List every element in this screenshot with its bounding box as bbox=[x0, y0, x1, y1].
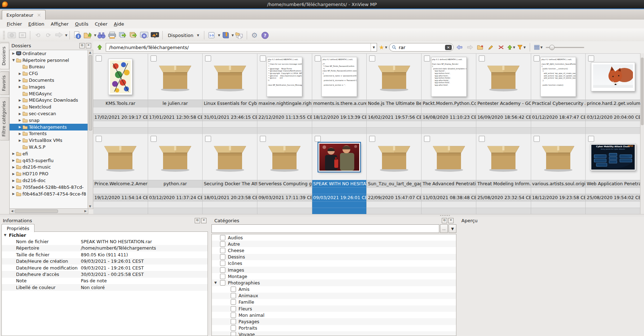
category-photographies[interactable]: ▼Photographies bbox=[212, 279, 456, 286]
expander-icon[interactable]: ▶ bbox=[17, 72, 22, 75]
tab-explorateur[interactable]: Explorateur × bbox=[2, 10, 46, 20]
category-paysages[interactable]: Paysages bbox=[212, 318, 456, 325]
tree-item-bureau[interactable]: Bureau bbox=[10, 64, 88, 70]
property-group-fichier[interactable]: ▼Fichier bbox=[2, 232, 208, 238]
disposition-dropdown[interactable]: Disposition▼ bbox=[165, 33, 202, 38]
file-checkbox[interactable] bbox=[205, 136, 211, 142]
category-voyage[interactable]: Voyage bbox=[212, 331, 456, 336]
file-cell-speak-with-no-hesitat[interactable]: SPEAK WITH NO HESITAT...09/03/2021 19:26… bbox=[312, 134, 367, 214]
file-checkbox[interactable] bbox=[151, 55, 157, 62]
tree-item-cfg[interactable]: ▶CFG bbox=[10, 70, 88, 77]
file-checkbox[interactable] bbox=[369, 55, 375, 62]
tree-item-f0b46a3f-0857-4754-9cce-f8[interactable]: ▶f0b46a3f-0857-4754-9cce-f8 bbox=[10, 191, 88, 197]
tree-item-nextcloud[interactable]: ▶Nextcloud bbox=[10, 103, 88, 110]
category-checkbox[interactable] bbox=[220, 248, 225, 253]
tab-proprietes[interactable]: Propriétés bbox=[1, 224, 35, 232]
view-mode-grid-icon[interactable]: ▼ bbox=[534, 42, 543, 52]
address-input[interactable]: /home/number6/Téléchargements/ ▼ bbox=[106, 43, 377, 52]
new-folder-icon[interactable]: ✱ bbox=[476, 42, 485, 52]
folders-vertical-scrollbar[interactable]: ▲ ▼ bbox=[88, 50, 93, 209]
tree-item-virtualbox-vms[interactable]: ▶VirtualBox VMs bbox=[10, 137, 88, 144]
expander-icon[interactable]: ▼ bbox=[213, 281, 220, 284]
search-binoculars-icon[interactable] bbox=[96, 30, 106, 41]
expander-icon[interactable]: ▶ bbox=[11, 172, 16, 176]
file-cell-prince-hard-2-get-volum[interactable]: prince.hard.2.get.volum...03/12/2020 20:… bbox=[586, 54, 640, 134]
chevron-down-icon[interactable]: ▼ bbox=[65, 34, 67, 37]
tree-item-t-l-chargements[interactable]: ▶Téléchargements bbox=[10, 124, 88, 130]
category-animaux[interactable]: Animaux bbox=[212, 293, 456, 299]
file-cell-packt-modern-python-co[interactable]: php if (! defined('ABSPATH') ) exit; fin… bbox=[422, 54, 476, 134]
tree-item-r-pertoire-personnel[interactable]: ▼Répertoire personnel bbox=[10, 57, 88, 64]
folders-float-icon[interactable]: ⧉ bbox=[79, 43, 85, 48]
category-dessins[interactable]: Dessins bbox=[212, 254, 456, 260]
expander-icon[interactable]: ▶ bbox=[11, 179, 16, 182]
file-checkbox[interactable] bbox=[588, 55, 594, 62]
category-checkbox[interactable] bbox=[220, 280, 225, 286]
scroll-up-icon[interactable]: ▲ bbox=[88, 51, 92, 54]
rotate-cw-icon[interactable]: ⟳ bbox=[43, 30, 53, 41]
batch-rename-icon[interactable]: 1-5 bbox=[207, 30, 217, 41]
filter-funnel-icon[interactable]: ▼ bbox=[517, 42, 526, 52]
expander-icon[interactable]: ▶ bbox=[11, 185, 16, 189]
copy-to-icon[interactable] bbox=[118, 30, 128, 41]
tree-item-q453-superflu[interactable]: ▶q453-superflu bbox=[10, 157, 88, 164]
file-cell-securing-docker-the-att[interactable]: Securing Docker The Att...18/01/2021 20:… bbox=[203, 134, 257, 214]
side-tab-favoris[interactable]: Favoris bbox=[0, 71, 9, 95]
category-portraits[interactable]: Portraits bbox=[212, 325, 456, 331]
menu-fichier[interactable]: Fichier bbox=[4, 20, 25, 28]
thumbnail-size-slider[interactable] bbox=[546, 44, 584, 51]
tree-item-sec-cvescan[interactable]: ▶sec-cvescan bbox=[10, 110, 88, 117]
file-checkbox[interactable] bbox=[588, 136, 594, 142]
file-cell-linux-essentials-for-cybe[interactable]: Linux Essentials for Cybe...31/01/2021 2… bbox=[203, 54, 257, 134]
expander-icon[interactable]: ▶ bbox=[17, 85, 22, 89]
scroll-thumb[interactable] bbox=[89, 55, 92, 130]
rename-pencil-icon[interactable] bbox=[486, 42, 495, 52]
menu-edition[interactable]: Edition bbox=[25, 20, 48, 28]
tree-item-documents[interactable]: ▶Documents bbox=[10, 77, 88, 84]
file-cell-moments-is-there-a-cure[interactable]: php if (! defined('ABSPATH') ) exit; /**… bbox=[312, 54, 367, 134]
folders-close-icon[interactable]: ✕ bbox=[86, 43, 91, 48]
category-cheese[interactable]: Cheese bbox=[212, 247, 456, 254]
tree-item-hd710-pro[interactable]: ▶HD710 PRO bbox=[10, 170, 88, 177]
menu-aide[interactable]: Aide bbox=[111, 20, 127, 28]
capture-icon[interactable] bbox=[139, 30, 149, 41]
tree-item-snap[interactable]: ▶snap bbox=[10, 117, 88, 124]
file-checkbox[interactable] bbox=[534, 136, 540, 142]
informations-float-icon[interactable]: ⧉ bbox=[195, 218, 200, 223]
category-checkbox[interactable] bbox=[220, 241, 225, 247]
bookmark-icon[interactable] bbox=[221, 30, 231, 41]
categories-float-icon[interactable]: ⧉ bbox=[442, 218, 447, 223]
file-checkbox[interactable] bbox=[151, 136, 157, 142]
slideshow-icon[interactable] bbox=[150, 30, 160, 41]
expander-icon[interactable]: ▶ bbox=[17, 125, 22, 129]
menu-outils[interactable]: Outils bbox=[72, 20, 92, 28]
tree-item-ordinateur[interactable]: ▶Ordinateur bbox=[10, 50, 88, 57]
tree-item-efi[interactable]: ▶efi bbox=[10, 150, 88, 157]
expander-icon[interactable]: ▶ bbox=[17, 98, 22, 102]
menu-cr-er[interactable]: Créer bbox=[91, 20, 110, 28]
expander-icon[interactable]: ▶ bbox=[11, 52, 16, 55]
fullscreen-icon[interactable] bbox=[17, 30, 27, 41]
move-up-icon[interactable]: ▼ bbox=[507, 42, 515, 52]
category-mon-animal[interactable]: Mon animal bbox=[212, 312, 456, 318]
category-checkbox[interactable] bbox=[220, 254, 225, 260]
side-tab-dossiers[interactable]: Dossiers bbox=[0, 43, 9, 69]
expander-icon[interactable]: ▶ bbox=[17, 105, 22, 109]
expander-icon[interactable]: ▶ bbox=[11, 159, 16, 162]
file-checkbox[interactable] bbox=[479, 55, 485, 62]
informations-close-icon[interactable]: ✕ bbox=[201, 218, 206, 223]
category-checkbox[interactable] bbox=[231, 299, 236, 305]
file-cell-kms-tools-rar[interactable]: KMS.Tools.rar17/02/2021 20:19:17 CEST bbox=[93, 54, 148, 134]
category-checkbox[interactable] bbox=[220, 274, 225, 279]
search-box[interactable]: ✕ bbox=[389, 43, 454, 52]
toolbar-grip[interactable] bbox=[3, 31, 5, 40]
category-checkbox[interactable] bbox=[231, 293, 236, 298]
settings-gear-icon[interactable]: ⚙ bbox=[250, 30, 260, 41]
file-checkbox[interactable] bbox=[96, 55, 102, 62]
tree-item-ds216-doc[interactable]: ▶ds216-doc bbox=[10, 177, 88, 184]
expander-icon[interactable]: ▶ bbox=[17, 118, 22, 122]
help-icon[interactable]: ? bbox=[260, 30, 270, 41]
file-cell-practical-cybersecurity-a[interactable]: php if (! defined('ABSPATH') ) exit; cla… bbox=[531, 54, 586, 134]
expander-icon[interactable]: ▼ bbox=[2, 233, 9, 237]
print-icon[interactable] bbox=[107, 30, 117, 41]
